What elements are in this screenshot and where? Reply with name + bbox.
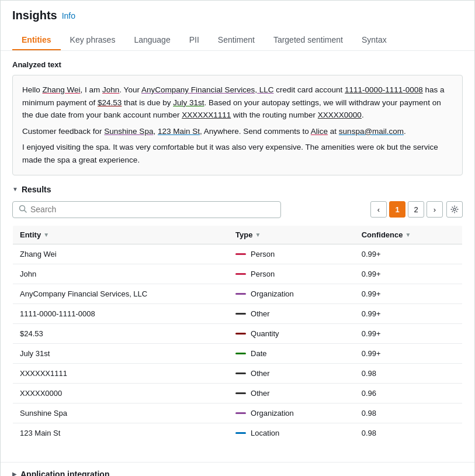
table-row: AnyCompany Financial Services, LLCOrgani… [13,284,463,303]
table-row: Zhang WeiPerson0.99+ [13,244,463,264]
entity-cell: $24.53 [13,323,229,343]
type-color-indicator [235,253,246,255]
table-row: XXXXXX1111Other0.98 [13,363,463,383]
entity-account-number: XXXXXX1111 [182,111,231,119]
prev-page-button[interactable]: ‹ [370,201,387,218]
search-pagination-bar: ‹ 1 2 › [12,201,463,218]
confidence-cell: 0.96 [355,383,463,403]
type-cell: Location [228,423,355,443]
analyzed-text-p1: Hello Zhang Wei, I am John. Your AnyComp… [22,84,453,122]
type-color-indicator [235,392,246,394]
type-label: Quantity [251,329,279,338]
type-cell: Date [228,343,355,363]
table-row: July 31stDate0.99+ [13,343,463,363]
svg-point-2 [453,208,456,211]
confidence-sort-icon: ▼ [405,232,411,238]
type-cell: Organization [228,284,355,303]
results-label: Results [22,185,51,194]
type-cell: Quantity [228,323,355,343]
table-row: XXXXX0000Other0.96 [13,383,463,403]
type-cell: Other [228,363,355,383]
entity-sunshine-spa: Sunshine Spa [104,127,153,136]
entity-sort-icon: ▼ [43,232,49,238]
type-color-indicator [235,333,246,334]
info-link[interactable]: Info [62,11,75,20]
type-label: Organization [251,409,294,418]
table-row: Sunshine SpaOrganization0.98 [13,403,463,423]
confidence-cell: 0.99+ [355,343,463,363]
search-icon [19,205,27,215]
type-color-indicator [235,432,246,434]
application-integration-section[interactable]: ▶ Application integration [1,462,474,476]
search-input[interactable] [30,205,275,214]
type-cell: Person [228,264,355,284]
tab-targeted-sentiment[interactable]: Targeted sentiment [264,30,352,50]
analyzed-text-p3: I enjoyed visiting the spa. It was very … [22,141,453,166]
tab-syntax[interactable]: Syntax [352,30,396,50]
type-cell: Person [228,244,355,264]
table-row: $24.53Quantity0.99+ [13,323,463,343]
type-color-indicator [235,273,246,275]
app-integration-label: Application integration [20,470,109,476]
tab-sentiment[interactable]: Sentiment [209,30,264,50]
confidence-cell: 0.99+ [355,264,463,284]
main-content: Analyzed text Hello Zhang Wei, I am John… [1,51,474,462]
next-page-button[interactable]: › [427,201,443,218]
type-cell: Other [228,383,355,403]
entity-cell: 123 Main St [13,423,229,443]
confidence-cell: 0.98 [355,423,463,443]
type-column-header[interactable]: Type ▼ [228,225,355,244]
entity-date: July 31st [173,98,204,107]
type-label: Other [251,309,270,318]
svg-line-1 [25,210,27,212]
page-1-button[interactable]: 1 [389,201,405,218]
results-section: ▼ Results ‹ 1 2 [12,185,463,443]
entity-cell: Sunshine Spa [13,403,229,423]
confidence-cell: 0.99+ [355,323,463,343]
tab-language[interactable]: Language [124,30,179,50]
search-box[interactable] [12,201,281,218]
entity-cell: July 31st [13,343,229,363]
table-row: 1111-0000-1111-0008Other0.99+ [13,303,463,323]
entity-email: sunspa@mail.com [339,127,404,136]
type-color-indicator [235,412,246,414]
entity-cell: John [13,264,229,284]
entity-zhang-wei: Zhang Wei [43,85,81,94]
entity-cell: XXXXX0000 [13,383,229,403]
entity-cell: XXXXXX1111 [13,363,229,383]
table-settings-button[interactable] [446,201,463,218]
entity-column-header[interactable]: Entity ▼ [13,225,229,244]
confidence-cell: 0.99+ [355,303,463,323]
table-row: 123 Main StLocation0.98 [13,423,463,443]
page-2-button[interactable]: 2 [408,201,424,218]
confidence-cell: 0.99+ [355,284,463,303]
type-label: Other [251,369,270,378]
type-label: Person [251,250,275,258]
tab-pii[interactable]: PII [180,30,209,50]
results-header[interactable]: ▼ Results [12,185,463,194]
results-chevron-icon: ▼ [12,186,18,192]
app-integration-chevron-icon: ▶ [12,471,17,476]
page-title: Insights [12,9,57,22]
page-header: Insights Info Entities Key phrases Langu… [1,1,474,51]
type-color-indicator [235,353,246,354]
confidence-cell: 0.99+ [355,244,463,264]
entity-john: John [102,85,119,94]
analyzed-text-p2: Customer feedback for Sunshine Spa, 123 … [22,125,453,138]
confidence-cell: 0.98 [355,403,463,423]
tab-entities[interactable]: Entities [12,30,61,50]
table-row: JohnPerson0.99+ [13,264,463,284]
entity-routing-number: XXXXX0000 [318,111,362,119]
confidence-cell: 0.98 [355,363,463,383]
entity-amount: $24.53 [98,98,122,107]
tab-bar: Entities Key phrases Language PII Sentim… [12,30,463,50]
entity-address: 123 Main St [158,127,200,136]
type-label: Other [251,389,270,398]
entity-card-number: 1111-0000-1111-0008 [345,85,423,94]
type-label: Location [251,429,279,437]
entity-alice: Alice [311,127,328,136]
table-header-row: Entity ▼ Type ▼ Confiden [13,225,463,244]
type-sort-icon: ▼ [255,232,261,238]
tab-key-phrases[interactable]: Key phrases [61,30,125,50]
confidence-column-header[interactable]: Confidence ▼ [355,225,463,244]
